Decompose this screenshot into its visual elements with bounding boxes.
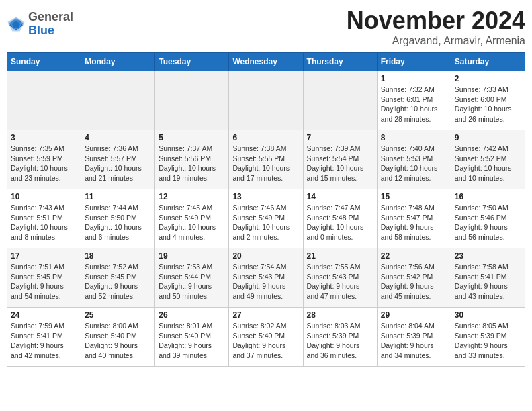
calendar-week-3: 10Sunrise: 7:43 AM Sunset: 5:51 PM Dayli… xyxy=(7,189,525,248)
calendar-title: November 2024 xyxy=(347,7,525,35)
weekday-header-sunday: Sunday xyxy=(7,53,81,71)
weekday-header-thursday: Thursday xyxy=(303,53,377,71)
weekday-header-wednesday: Wednesday xyxy=(229,53,303,71)
page-header: General Blue November 2024 Argavand, Arm… xyxy=(7,7,525,47)
calendar-cell: 7Sunrise: 7:39 AM Sunset: 5:54 PM Daylig… xyxy=(303,130,377,189)
calendar-cell: 18Sunrise: 7:52 AM Sunset: 5:45 PM Dayli… xyxy=(81,248,155,308)
weekday-header-tuesday: Tuesday xyxy=(155,53,229,71)
day-info: Sunrise: 7:48 AM Sunset: 5:47 PM Dayligh… xyxy=(381,203,447,242)
calendar-week-4: 17Sunrise: 7:51 AM Sunset: 5:45 PM Dayli… xyxy=(7,248,525,308)
day-number: 25 xyxy=(85,310,151,320)
weekday-header-saturday: Saturday xyxy=(451,53,525,71)
day-info: Sunrise: 8:03 AM Sunset: 5:39 PM Dayligh… xyxy=(307,321,373,361)
day-number: 29 xyxy=(381,310,447,320)
day-number: 7 xyxy=(307,133,373,142)
calendar-cell: 6Sunrise: 7:38 AM Sunset: 5:55 PM Daylig… xyxy=(229,130,303,189)
calendar-cell: 20Sunrise: 7:54 AM Sunset: 5:43 PM Dayli… xyxy=(229,248,303,308)
weekday-header-friday: Friday xyxy=(377,53,451,71)
day-number: 26 xyxy=(159,310,225,320)
calendar-table: SundayMondayTuesdayWednesdayThursdayFrid… xyxy=(7,52,525,367)
calendar-header: SundayMondayTuesdayWednesdayThursdayFrid… xyxy=(7,53,525,71)
calendar-cell xyxy=(229,71,303,130)
day-number: 27 xyxy=(232,310,299,320)
day-info: Sunrise: 7:59 AM Sunset: 5:41 PM Dayligh… xyxy=(11,321,77,361)
day-number: 6 xyxy=(232,133,299,142)
day-number: 11 xyxy=(85,192,151,201)
day-info: Sunrise: 7:40 AM Sunset: 5:53 PM Dayligh… xyxy=(381,144,447,183)
calendar-cell: 15Sunrise: 7:48 AM Sunset: 5:47 PM Dayli… xyxy=(377,189,451,248)
day-info: Sunrise: 7:33 AM Sunset: 6:00 PM Dayligh… xyxy=(455,85,521,124)
title-block: November 2024 Argavand, Armavir, Armenia xyxy=(347,7,525,47)
day-number: 18 xyxy=(85,251,151,261)
calendar-cell: 4Sunrise: 7:36 AM Sunset: 5:57 PM Daylig… xyxy=(81,130,155,189)
calendar-subtitle: Argavand, Armavir, Armenia xyxy=(347,35,525,47)
day-info: Sunrise: 7:43 AM Sunset: 5:51 PM Dayligh… xyxy=(11,203,77,242)
weekday-header-monday: Monday xyxy=(81,53,155,71)
calendar-cell: 3Sunrise: 7:35 AM Sunset: 5:59 PM Daylig… xyxy=(7,130,81,189)
calendar-cell: 16Sunrise: 7:50 AM Sunset: 5:46 PM Dayli… xyxy=(451,189,525,248)
calendar-cell: 23Sunrise: 7:58 AM Sunset: 5:41 PM Dayli… xyxy=(451,248,525,308)
day-number: 1 xyxy=(381,74,447,83)
day-info: Sunrise: 7:58 AM Sunset: 5:41 PM Dayligh… xyxy=(455,262,521,302)
day-info: Sunrise: 7:51 AM Sunset: 5:45 PM Dayligh… xyxy=(11,262,77,302)
day-number: 9 xyxy=(455,133,521,142)
calendar-cell: 10Sunrise: 7:43 AM Sunset: 5:51 PM Dayli… xyxy=(7,189,81,248)
day-number: 4 xyxy=(85,133,151,142)
calendar-cell: 5Sunrise: 7:37 AM Sunset: 5:56 PM Daylig… xyxy=(155,130,229,189)
calendar-cell: 26Sunrise: 8:01 AM Sunset: 5:40 PM Dayli… xyxy=(155,308,229,367)
day-number: 12 xyxy=(159,192,225,201)
logo-line1: General xyxy=(28,11,73,24)
day-number: 2 xyxy=(455,74,521,83)
day-info: Sunrise: 7:36 AM Sunset: 5:57 PM Dayligh… xyxy=(85,144,151,183)
day-number: 30 xyxy=(455,310,521,320)
calendar-body: 1Sunrise: 7:32 AM Sunset: 6:01 PM Daylig… xyxy=(7,71,525,367)
logo-line2: Blue xyxy=(28,24,73,38)
calendar-week-2: 3Sunrise: 7:35 AM Sunset: 5:59 PM Daylig… xyxy=(7,130,525,189)
calendar-cell: 1Sunrise: 7:32 AM Sunset: 6:01 PM Daylig… xyxy=(377,71,451,130)
day-number: 23 xyxy=(455,251,521,261)
calendar-cell xyxy=(303,71,377,130)
day-number: 10 xyxy=(11,192,77,201)
day-info: Sunrise: 8:01 AM Sunset: 5:40 PM Dayligh… xyxy=(159,321,225,361)
day-number: 19 xyxy=(159,251,225,261)
calendar-cell: 27Sunrise: 8:02 AM Sunset: 5:40 PM Dayli… xyxy=(229,308,303,367)
day-number: 21 xyxy=(307,251,373,261)
day-info: Sunrise: 7:32 AM Sunset: 6:01 PM Dayligh… xyxy=(381,85,447,124)
day-number: 20 xyxy=(232,251,299,261)
day-info: Sunrise: 7:38 AM Sunset: 5:55 PM Dayligh… xyxy=(232,144,299,183)
day-info: Sunrise: 7:55 AM Sunset: 5:43 PM Dayligh… xyxy=(307,262,373,302)
day-number: 24 xyxy=(11,310,77,320)
day-info: Sunrise: 7:52 AM Sunset: 5:45 PM Dayligh… xyxy=(85,262,151,302)
day-info: Sunrise: 7:44 AM Sunset: 5:50 PM Dayligh… xyxy=(85,203,151,242)
day-number: 16 xyxy=(455,192,521,201)
day-info: Sunrise: 7:53 AM Sunset: 5:44 PM Dayligh… xyxy=(159,262,225,302)
day-info: Sunrise: 7:47 AM Sunset: 5:48 PM Dayligh… xyxy=(307,203,373,242)
day-number: 8 xyxy=(381,133,447,142)
day-number: 22 xyxy=(381,251,447,261)
calendar-cell: 17Sunrise: 7:51 AM Sunset: 5:45 PM Dayli… xyxy=(7,248,81,308)
calendar-cell: 24Sunrise: 7:59 AM Sunset: 5:41 PM Dayli… xyxy=(7,308,81,367)
logo-icon xyxy=(7,15,26,34)
calendar-cell: 2Sunrise: 7:33 AM Sunset: 6:00 PM Daylig… xyxy=(451,71,525,130)
day-number: 3 xyxy=(11,133,77,142)
day-info: Sunrise: 7:50 AM Sunset: 5:46 PM Dayligh… xyxy=(455,203,521,242)
day-info: Sunrise: 7:45 AM Sunset: 5:49 PM Dayligh… xyxy=(159,203,225,242)
calendar-cell: 19Sunrise: 7:53 AM Sunset: 5:44 PM Dayli… xyxy=(155,248,229,308)
calendar-cell xyxy=(81,71,155,130)
day-info: Sunrise: 7:37 AM Sunset: 5:56 PM Dayligh… xyxy=(159,144,225,183)
day-info: Sunrise: 8:00 AM Sunset: 5:40 PM Dayligh… xyxy=(85,321,151,361)
day-number: 13 xyxy=(232,192,299,201)
calendar-cell: 22Sunrise: 7:56 AM Sunset: 5:42 PM Dayli… xyxy=(377,248,451,308)
calendar-week-5: 24Sunrise: 7:59 AM Sunset: 5:41 PM Dayli… xyxy=(7,308,525,367)
day-info: Sunrise: 7:46 AM Sunset: 5:49 PM Dayligh… xyxy=(232,203,299,242)
calendar-cell: 9Sunrise: 7:42 AM Sunset: 5:52 PM Daylig… xyxy=(451,130,525,189)
calendar-cell: 25Sunrise: 8:00 AM Sunset: 5:40 PM Dayli… xyxy=(81,308,155,367)
day-number: 15 xyxy=(381,192,447,201)
calendar-cell xyxy=(155,71,229,130)
day-number: 14 xyxy=(307,192,373,201)
day-info: Sunrise: 7:35 AM Sunset: 5:59 PM Dayligh… xyxy=(11,144,77,183)
calendar-week-1: 1Sunrise: 7:32 AM Sunset: 6:01 PM Daylig… xyxy=(7,71,525,130)
calendar-cell: 28Sunrise: 8:03 AM Sunset: 5:39 PM Dayli… xyxy=(303,308,377,367)
logo-text: General Blue xyxy=(28,11,73,38)
day-info: Sunrise: 7:42 AM Sunset: 5:52 PM Dayligh… xyxy=(455,144,521,183)
